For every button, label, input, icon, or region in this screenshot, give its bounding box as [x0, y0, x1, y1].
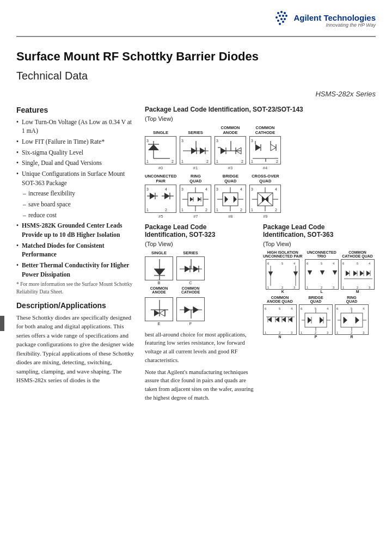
svg-text:4: 4	[240, 187, 242, 191]
features-list: Low Turn-On Voltage (As Low as 0.34 V at…	[16, 118, 136, 279]
title-area: Surface Mount RF Schottky Barrier Diodes…	[0, 44, 392, 84]
svg-marker-16	[148, 144, 159, 150]
svg-text:1: 1	[265, 331, 267, 334]
svg-text:3: 3	[216, 187, 218, 191]
svg-text:1: 1	[301, 331, 303, 334]
sot363-n: COMMONANODE QUAD 654 123 N	[263, 296, 297, 339]
pkg-common-anode: COMMONANODE 3 1 2	[215, 125, 246, 170]
svg-marker-135	[293, 272, 298, 276]
svg-text:2: 2	[351, 331, 353, 334]
sot23-title: Package Lead Code Identification, SOT-23…	[145, 106, 376, 113]
unconnected-pair-diag: 34 12	[145, 185, 176, 213]
series-label: HSMS-282x Series	[0, 84, 392, 98]
svg-text:2: 2	[279, 331, 281, 334]
svg-text:4: 4	[363, 307, 365, 310]
svg-point-7	[280, 18, 283, 20]
brand-text-area: Agilent Technologies Innovating the HP W…	[293, 13, 376, 28]
svg-marker-120	[185, 307, 190, 313]
sot323-single: SINGLE B COMMONANODE	[145, 250, 173, 295]
svg-text:3: 3	[363, 331, 365, 334]
svg-text:4: 4	[293, 262, 296, 265]
svg-marker-26	[200, 148, 205, 154]
svg-marker-207	[356, 317, 359, 323]
sot363-n-diag: 654 123	[263, 304, 297, 335]
svg-text:6: 6	[267, 262, 270, 265]
sot363-p-diag: 654 123	[299, 304, 333, 335]
svg-text:2: 2	[275, 208, 277, 212]
sot363-k: HIGH ISOLATIONUNCONNECTED PAIR 654 123 K	[263, 250, 303, 293]
pkg-series: SERIES 3 1 2 #1	[180, 130, 211, 170]
svg-marker-72	[190, 197, 193, 201]
brand-tagline: Innovating the HP Way	[293, 22, 376, 28]
svg-text:3: 3	[146, 187, 149, 191]
sot323-section: Package Lead CodeIdentification, SOT-323…	[145, 223, 258, 402]
svg-marker-122	[193, 307, 199, 313]
svg-marker-100	[262, 196, 265, 203]
svg-text:5: 5	[279, 307, 281, 310]
svg-point-5	[285, 15, 287, 17]
sot363-p: BRIDGEQUAD 654 123	[299, 296, 333, 339]
svg-text:1: 1	[342, 286, 345, 289]
sot363-k-diag: 654 123	[266, 259, 299, 290]
content-area: Features Low Turn-On Voltage (As Low as …	[0, 100, 392, 408]
pkg-crossover-quad: CROSS-OVERQUAD 34 12	[249, 174, 281, 219]
svg-marker-147	[333, 271, 337, 275]
brand-name: Agilent Technologies	[293, 13, 376, 22]
svg-marker-205	[344, 317, 347, 323]
body-text-note: Note that Agilent's manufacturing techni…	[145, 368, 258, 402]
svg-text:3: 3	[293, 286, 296, 289]
svg-text:1: 1	[216, 160, 218, 163]
feature-item: Better Thermal Conductivity for Higher P…	[16, 261, 136, 279]
svg-text:3: 3	[181, 187, 183, 191]
common-anode-diag: 3 1 2	[215, 136, 246, 164]
page-header: Agilent Technologies Innovating the HP W…	[0, 0, 392, 36]
svg-text:3: 3	[333, 286, 335, 289]
feature-item: Six-sigma Quality Level	[16, 148, 136, 157]
svg-text:4: 4	[205, 187, 207, 191]
svg-text:1: 1	[146, 208, 149, 212]
svg-text:1: 1	[307, 286, 309, 289]
pkg-bridge-quad: BRIDGEQUAD 34 12 #8	[215, 174, 246, 219]
feature-sub-item: save board space	[16, 200, 136, 209]
svg-text:2: 2	[315, 331, 317, 334]
svg-text:3: 3	[327, 331, 329, 334]
svg-text:4: 4	[291, 307, 293, 310]
svg-marker-190	[308, 317, 311, 323]
svg-text:5: 5	[321, 262, 323, 265]
pkg-ring-quad: RINGQUAD 34 12	[180, 174, 211, 219]
svg-point-8	[284, 18, 286, 20]
svg-point-0	[277, 12, 279, 14]
svg-text:2: 2	[281, 286, 284, 289]
feature-item: Single, Dual and Quad Versions	[16, 158, 136, 168]
svg-marker-162	[366, 271, 370, 276]
svg-marker-160	[360, 271, 364, 276]
feature-sub-item: reduce cost	[16, 211, 136, 220]
sot363-l-diag: 654 123	[305, 259, 339, 290]
sot363-m: COMMONCATHODE QUAD 654 123 M	[341, 250, 375, 293]
page-title: Surface Mount RF Schottky Barrier Diodes	[16, 49, 376, 64]
svg-text:2: 2	[171, 160, 174, 163]
svg-marker-175	[282, 317, 286, 322]
svg-marker-133	[268, 272, 273, 276]
svg-point-9	[277, 20, 279, 22]
svg-point-11	[279, 23, 281, 25]
sot363-l: UNCONNECTEDTRIO 654 123 L	[305, 250, 339, 293]
description-text: These Schottky diodes are specifically d…	[16, 313, 136, 385]
svg-marker-115	[154, 310, 160, 316]
feature-item: Unique Configurations in Surface Mount S…	[16, 169, 136, 187]
sot323-e: E	[145, 297, 173, 327]
svg-text:1: 1	[181, 160, 183, 163]
svg-marker-108	[185, 266, 190, 272]
feature-item: Matched Diodes for Consistent Performanc…	[16, 241, 136, 259]
svg-text:4: 4	[333, 262, 335, 265]
svg-text:3: 3	[251, 139, 253, 143]
svg-text:4: 4	[165, 187, 167, 191]
svg-marker-59	[164, 193, 170, 199]
svg-marker-45	[255, 144, 261, 151]
ring-quad-diag: 34 12	[180, 185, 211, 213]
svg-point-6	[275, 16, 278, 19]
svg-text:1: 1	[181, 208, 183, 212]
svg-marker-87	[234, 196, 237, 203]
technical-data-label: Technical Data	[16, 70, 376, 82]
svg-text:5: 5	[281, 262, 284, 265]
